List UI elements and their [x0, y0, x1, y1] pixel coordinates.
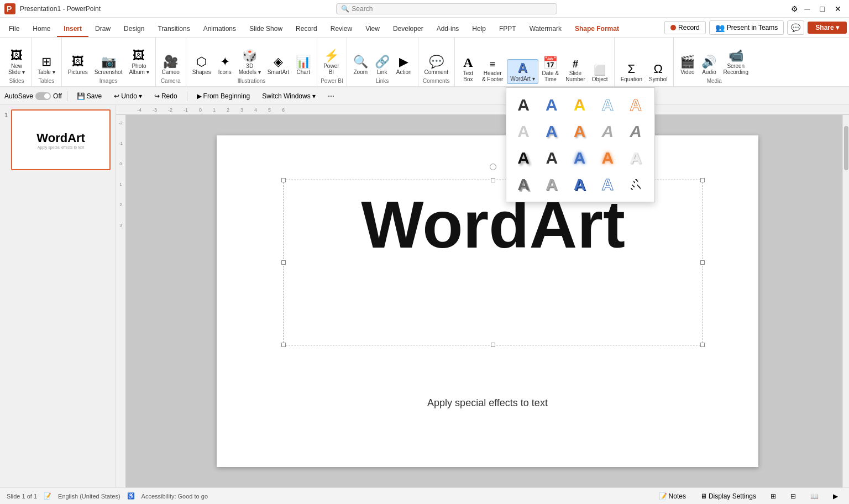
rotate-handle[interactable]	[490, 164, 496, 170]
equation-btn[interactable]: Σ Equation	[618, 61, 645, 84]
new-slide-btn[interactable]: 🖼 NewSlide ▾	[6, 48, 28, 77]
wordart-style-13[interactable]: A	[568, 146, 591, 170]
tab-file[interactable]: File	[2, 22, 26, 37]
close-btn[interactable]: ✕	[831, 3, 845, 14]
tab-transitions[interactable]: Transitions	[151, 22, 196, 37]
wordart-style-20[interactable]: A	[624, 173, 647, 196]
symbol-btn[interactable]: Ω Symbol	[646, 61, 670, 84]
tab-slideshow[interactable]: Slide Show	[243, 22, 289, 37]
wordart-style-19[interactable]: A	[596, 173, 619, 196]
slidenumber-btn[interactable]: # SlideNumber	[563, 57, 588, 84]
notes-btn[interactable]: 📝 Notes	[654, 491, 690, 501]
wordart-style-11[interactable]: A	[512, 146, 535, 170]
toolbar-more-btn[interactable]: ⋯	[323, 91, 339, 101]
handle-tr[interactable]	[700, 178, 705, 182]
video-btn[interactable]: 🎬 Video	[677, 54, 698, 77]
reading-view-btn[interactable]: 📖	[806, 491, 823, 501]
handle-ml[interactable]	[281, 260, 286, 265]
object-btn[interactable]: ⬜ Object	[589, 64, 611, 84]
tab-help[interactable]: Help	[465, 22, 492, 37]
zoom-btn[interactable]: 🔍 Zoom	[350, 54, 371, 77]
switch-windows-btn[interactable]: Switch Windows ▾	[258, 91, 319, 101]
autosave-toggle[interactable]	[35, 92, 51, 100]
tab-review[interactable]: Review	[324, 22, 359, 37]
datetime-btn[interactable]: 📅 Date &Time	[539, 55, 562, 84]
handle-bl[interactable]	[281, 343, 286, 347]
smartart-btn[interactable]: ◈ SmartArt	[265, 54, 292, 77]
scrollbar-thumb[interactable]	[844, 126, 848, 170]
photo-album-btn[interactable]: 🖼 PhotoAlbum ▾	[126, 48, 151, 77]
tab-draw[interactable]: Draw	[88, 22, 117, 37]
wordart-style-9[interactable]: A	[596, 120, 619, 143]
share-button[interactable]: Share ▾	[808, 22, 847, 34]
link-btn[interactable]: 🔗 Link	[372, 54, 392, 77]
chart-btn[interactable]: 📊 Chart	[293, 54, 313, 77]
tab-fppt[interactable]: FPPT	[492, 22, 523, 37]
powerbi-btn[interactable]: ⚡ PowerBI	[321, 48, 342, 77]
screenshot-btn[interactable]: 📷 Screenshot	[92, 54, 125, 77]
comment-button[interactable]: 💬	[787, 20, 804, 35]
textbox-btn[interactable]: A TextBox	[458, 54, 478, 84]
shapes-btn[interactable]: ⬡ Shapes	[190, 54, 214, 77]
wordart-style-7[interactable]: A	[540, 120, 563, 143]
pictures-btn[interactable]: 🖼 Pictures	[65, 54, 91, 77]
wordart-style-3[interactable]: A	[568, 93, 591, 117]
tab-shapeformat[interactable]: Shape Format	[568, 22, 626, 37]
handle-bc[interactable]	[491, 343, 495, 347]
wordart-style-5[interactable]: A	[624, 93, 647, 117]
settings-btn[interactable]: ⚙	[791, 4, 798, 13]
cameo-btn[interactable]: 🎥 Cameo	[159, 54, 182, 77]
3dmodels-btn[interactable]: 🎲 3DModels ▾	[236, 48, 264, 77]
wordart-style-4[interactable]: A	[596, 93, 619, 117]
comment-ribbon-btn[interactable]: 💬 Comment	[422, 54, 451, 77]
save-btn[interactable]: 💾 Save	[72, 91, 106, 101]
search-input[interactable]	[352, 5, 552, 13]
display-settings-btn[interactable]: 🖥 Display Settings	[696, 491, 761, 501]
icons-btn[interactable]: ✦ Icons	[215, 54, 235, 77]
wordart-btn[interactable]: A WordArt ▾	[507, 59, 538, 84]
wordart-style-15[interactable]: A	[624, 146, 647, 170]
record-dot-icon	[670, 25, 676, 30]
tab-developer[interactable]: Developer	[386, 22, 430, 37]
wordart-style-10[interactable]: A	[624, 120, 647, 143]
wordart-style-8[interactable]: A	[568, 120, 591, 143]
wordart-style-12[interactable]: A	[540, 146, 563, 170]
tab-home[interactable]: Home	[26, 22, 57, 37]
handle-tl[interactable]	[281, 178, 286, 182]
table-btn[interactable]: ⊞ Table ▾	[35, 54, 58, 77]
wordart-style-1[interactable]: A	[512, 93, 535, 117]
normal-view-btn[interactable]: ⊞	[766, 491, 780, 501]
wordart-style-14[interactable]: A	[596, 146, 619, 170]
headerfooter-btn[interactable]: ≡ Header& Footer	[479, 57, 506, 84]
slide-thumb-1[interactable]: WordArt Apply special effects to text	[11, 109, 111, 170]
slide-sorter-btn[interactable]: ⊟	[786, 491, 800, 501]
wordart-style-16[interactable]: A	[512, 173, 535, 196]
wordart-style-6[interactable]: A	[512, 120, 535, 143]
present-teams-button[interactable]: 👥 Present in Teams	[709, 20, 784, 35]
wordart-container[interactable]: WordArt	[283, 180, 703, 345]
wordart-style-18[interactable]: A	[568, 173, 591, 196]
tab-record[interactable]: Record	[289, 22, 324, 37]
tab-design[interactable]: Design	[117, 22, 151, 37]
handle-mr[interactable]	[700, 260, 705, 265]
screen-recording-btn[interactable]: 📹 ScreenRecording	[720, 48, 751, 77]
audio-btn[interactable]: 🔊 Audio	[699, 54, 719, 77]
tab-insert[interactable]: Insert	[57, 22, 88, 37]
handle-br[interactable]	[700, 343, 705, 347]
from-beginning-btn[interactable]: ▶ From Beginning	[192, 91, 255, 101]
tab-view[interactable]: View	[359, 22, 386, 37]
undo-btn[interactable]: ↩ Undo ▾	[109, 91, 146, 101]
tab-addins[interactable]: Add-ins	[430, 22, 466, 37]
handle-tc[interactable]	[491, 178, 495, 182]
minimize-btn[interactable]: ─	[801, 3, 814, 14]
vertical-scrollbar[interactable]	[842, 115, 849, 487]
record-button[interactable]: Record	[664, 21, 706, 34]
slideshow-view-btn[interactable]: ▶	[829, 491, 842, 501]
maximize-btn[interactable]: □	[817, 3, 828, 14]
tab-animations[interactable]: Animations	[197, 22, 243, 37]
tab-watermark[interactable]: Watermark	[523, 22, 568, 37]
wordart-style-2[interactable]: A	[540, 93, 563, 117]
redo-btn[interactable]: ↪ Redo	[150, 91, 182, 101]
wordart-style-17[interactable]: A	[540, 173, 563, 196]
action-btn[interactable]: ▶ Action	[394, 54, 415, 77]
